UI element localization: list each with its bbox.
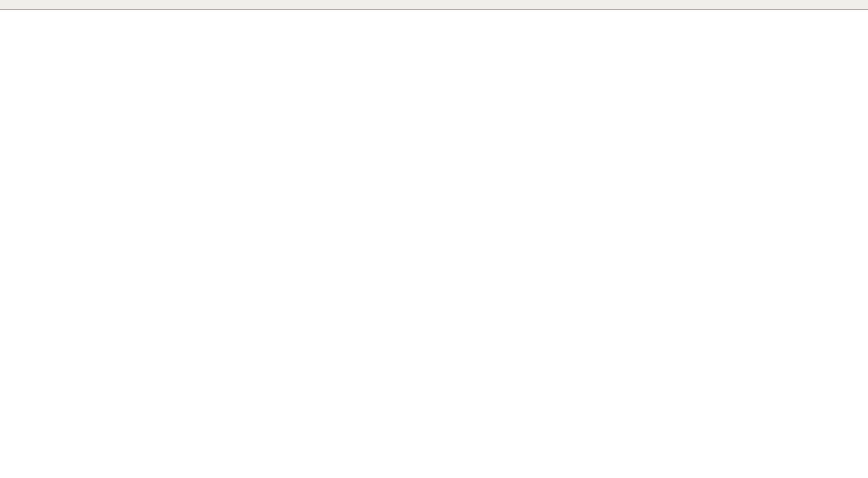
main-toolbar [0, 0, 868, 10]
trading-terminal-window [0, 0, 868, 478]
chart-svg [0, 0, 868, 478]
